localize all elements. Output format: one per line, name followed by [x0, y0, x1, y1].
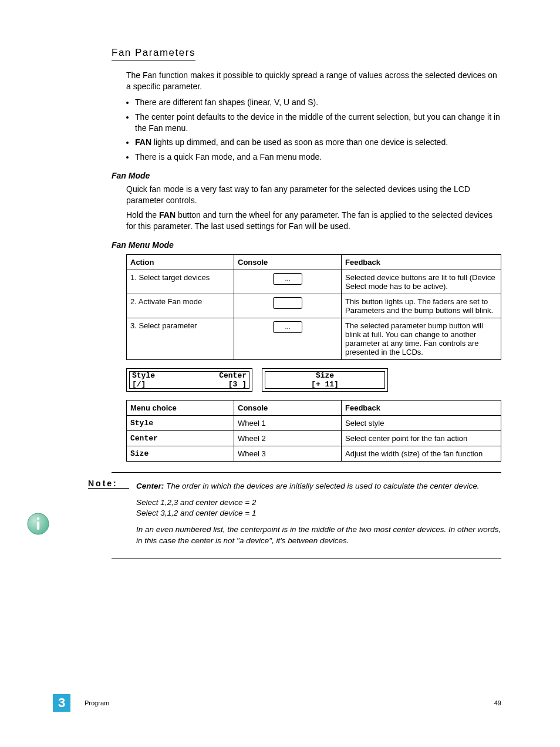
svg-rect-2 [37, 521, 39, 530]
cell-feedback: The selected parameter bump button will … [342, 318, 501, 359]
th-console: Console [234, 400, 342, 415]
list-item: There is a quick Fan mode, and a Fan men… [135, 152, 501, 163]
cell-console: Wheel 3 [234, 446, 342, 461]
cell-feedback: Select center point for the fan action [342, 430, 501, 446]
note-center-bold: Center: [136, 482, 164, 490]
cell-menu: Style [127, 415, 234, 430]
page-footer: 3 Program 49 [0, 694, 560, 712]
info-icon [26, 512, 50, 536]
note-p3: In an even numbered list, the centerpoin… [136, 524, 501, 546]
lcd-box-1: Style Center [/] [3 ] [126, 368, 252, 392]
note-block: Note: Center: The order in which the dev… [112, 472, 501, 558]
lcd-style-value: [/] [132, 380, 146, 389]
cell-console: Wheel 1 [234, 415, 342, 430]
fan-mode-p2: Hold the FAN button and turn the wheel f… [126, 210, 501, 232]
th-console: Console [234, 254, 342, 270]
cell-action: 3. Select parameter [127, 318, 234, 359]
cell-console: ... [234, 270, 342, 294]
lcd-size-label: Size [268, 371, 382, 380]
cell-menu: Center [127, 430, 234, 446]
cell-feedback: Select style [342, 415, 501, 430]
lcd-style-label: Style [132, 371, 155, 380]
lcd-display-row: Style Center [/] [3 ] Size [+ 11] [126, 368, 501, 392]
note-label: Note: [88, 479, 129, 489]
lcd-box-2: Size [+ 11] [262, 368, 388, 392]
chapter-number: 3 [53, 694, 70, 712]
menu-choice-table: Menu choice Console Feedback Style Wheel… [126, 400, 501, 462]
cell-feedback: This button lights up. The faders are se… [342, 294, 501, 318]
svg-point-1 [37, 517, 39, 520]
intro-paragraph: The Fan function makes it possible to qu… [126, 70, 501, 92]
cell-action: 2. Activate Fan mode [127, 294, 234, 318]
lcd-center-value: [3 ] [228, 380, 247, 389]
cell-console: Wheel 2 [234, 430, 342, 446]
fan-mode-heading: Fan Mode [112, 171, 501, 180]
console-button-icon [273, 297, 302, 309]
cell-menu: Size [127, 446, 234, 461]
bullet-list: There are different fan shapes (linear, … [112, 97, 501, 163]
cell-console [234, 294, 342, 318]
lcd-center-label: Center [219, 371, 247, 380]
list-item: The center point defaults to the device … [135, 112, 501, 134]
fan-menu-mode-heading: Fan Menu Mode [112, 240, 501, 250]
fan-mode-p1: Quick fan mode is a very fast way to fan… [126, 184, 501, 206]
console-button-icon: ... [273, 321, 302, 333]
lcd-size-value: [+ 11] [268, 380, 382, 389]
th-feedback: Feedback [342, 254, 501, 270]
action-table: Action Console Feedback 1. Select target… [126, 254, 501, 360]
cell-feedback: Adjust the width (size) of the fan funct… [342, 446, 501, 461]
note-p2: Select 1,2,3 and center device = 2 Selec… [136, 497, 501, 519]
list-item: FAN lights up dimmed, and can be used as… [135, 137, 501, 148]
th-feedback: Feedback [342, 400, 501, 415]
cell-console: ... [234, 318, 342, 359]
fan-bold: FAN [135, 137, 151, 147]
section-heading: Fan Parameters [112, 47, 195, 60]
chapter-name: Program [85, 699, 109, 706]
th-action: Action [127, 254, 234, 270]
note-p1: The order in which the devices are initi… [164, 482, 479, 490]
cell-feedback: Selected device buttons are lit to full … [342, 270, 501, 294]
list-item: There are different fan shapes (linear, … [135, 97, 501, 108]
console-button-icon: ... [273, 273, 302, 285]
th-menu: Menu choice [127, 400, 234, 415]
cell-action: 1. Select target devices [127, 270, 234, 294]
page-number: 49 [494, 699, 501, 706]
